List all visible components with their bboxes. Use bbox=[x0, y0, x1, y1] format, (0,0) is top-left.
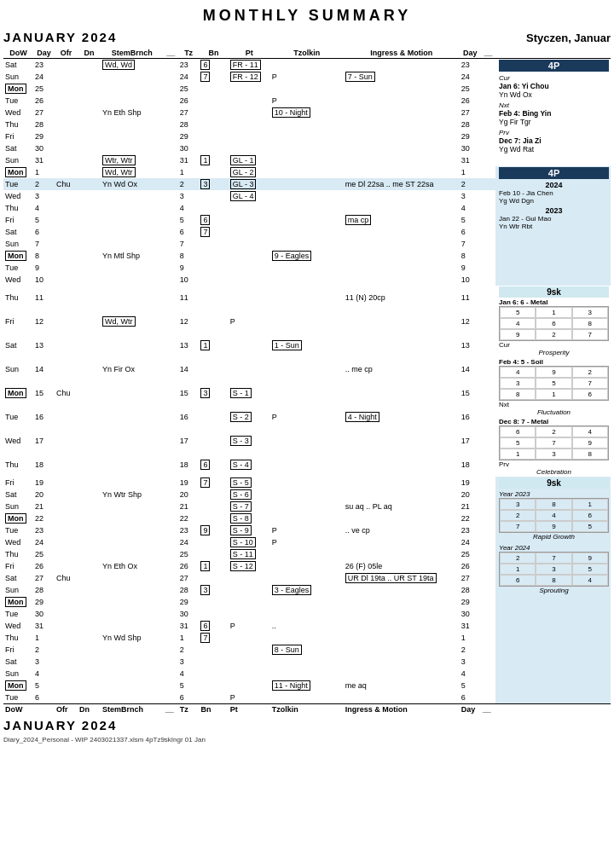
col-ingress bbox=[344, 489, 460, 501]
col-dow: Sun bbox=[3, 154, 33, 166]
4p-header: 4P bbox=[499, 60, 609, 72]
col-tz: 5 bbox=[178, 680, 200, 692]
col-bn bbox=[199, 512, 228, 524]
col-tz: 30 bbox=[178, 142, 200, 154]
col-dn bbox=[78, 572, 101, 584]
col-day2: 1 bbox=[460, 166, 481, 178]
col-stembrnch bbox=[101, 512, 164, 524]
col-sep2 bbox=[481, 202, 495, 214]
col-tzolkin: P bbox=[270, 71, 344, 83]
dow-text: Fri bbox=[5, 562, 14, 570]
col-dow: Sat bbox=[3, 333, 33, 357]
col-dow: Sun bbox=[3, 71, 33, 83]
col-sep bbox=[164, 59, 178, 72]
footer-tz: Tz bbox=[178, 703, 200, 715]
col-tz: 27 bbox=[178, 572, 200, 584]
col-day2: 17 bbox=[460, 429, 481, 453]
dow-text: Sun bbox=[5, 502, 19, 511]
col-dow: Thu bbox=[3, 453, 33, 477]
col-dow: Sat bbox=[3, 59, 33, 72]
col-day: 25 bbox=[33, 83, 55, 95]
dow-text: Sun bbox=[5, 156, 19, 165]
monday-boxed: Mon bbox=[5, 388, 26, 398]
col-sep2 bbox=[481, 226, 495, 238]
col-tzolkin bbox=[270, 202, 344, 214]
col-bn bbox=[199, 644, 228, 656]
9sk-header: 9sk bbox=[499, 286, 609, 298]
col-sep bbox=[164, 142, 178, 154]
col-tzolkin bbox=[270, 190, 344, 202]
col-sep2 bbox=[481, 692, 495, 703]
col-tzolkin bbox=[270, 166, 344, 178]
col-day: 16 bbox=[33, 405, 55, 429]
col-tzolkin bbox=[270, 119, 344, 130]
footer-sep: __ bbox=[164, 703, 178, 715]
col-ofr bbox=[55, 584, 78, 596]
col-sep2 bbox=[481, 620, 495, 632]
col-day2: 6 bbox=[460, 226, 481, 238]
col-sep2 bbox=[481, 501, 495, 512]
col-tzolkin bbox=[270, 262, 344, 274]
col-stembrnch bbox=[101, 71, 164, 83]
col-bn bbox=[199, 310, 228, 333]
col-tzolkin: 1 - Sun bbox=[270, 333, 344, 357]
col-day2: 24 bbox=[460, 536, 481, 548]
col-dow: Fri bbox=[3, 130, 33, 142]
footer-sep2: __ bbox=[481, 703, 495, 715]
col-ingress: 11 (N) 20cp bbox=[344, 286, 460, 310]
col-sep2 bbox=[481, 489, 495, 501]
col-tzolkin bbox=[270, 142, 344, 154]
col-sep bbox=[164, 489, 178, 501]
col-bn: 3 bbox=[199, 584, 228, 596]
col-day2: 29 bbox=[460, 596, 481, 608]
dow-text: Sat bbox=[5, 144, 17, 153]
col-tzolkin: 10 - Night bbox=[270, 107, 344, 119]
col-sep bbox=[164, 357, 178, 381]
col-tz: 13 bbox=[178, 333, 200, 357]
pt-boxed: S - 11 bbox=[230, 549, 256, 559]
col-ingress bbox=[344, 596, 460, 608]
col-day2: 20 bbox=[460, 489, 481, 501]
col-dn bbox=[78, 453, 101, 477]
col-ingress: me aq bbox=[344, 680, 460, 692]
bn-boxed: 7 bbox=[200, 72, 210, 82]
col-tzolkin bbox=[270, 310, 344, 333]
col-day: 14 bbox=[33, 357, 55, 381]
col-tz: 26 bbox=[178, 560, 200, 572]
col-tzolkin: P bbox=[270, 405, 344, 429]
col-dow: Sun bbox=[3, 501, 33, 512]
col-sep bbox=[164, 536, 178, 548]
col-sep2 bbox=[481, 59, 495, 72]
col-bn bbox=[199, 190, 228, 202]
col-ingress bbox=[344, 477, 460, 489]
col-sep bbox=[164, 632, 178, 644]
col-bn bbox=[199, 119, 228, 130]
col-stembrnch bbox=[101, 692, 164, 703]
col-day2: 28 bbox=[460, 119, 481, 130]
col-ofr bbox=[55, 226, 78, 238]
col-dow: Mon bbox=[3, 250, 33, 262]
dow-text: Tue bbox=[5, 263, 18, 272]
col-day2: 9 bbox=[460, 262, 481, 274]
table-row: Thu111111 (N) 20cp11 9sk Jan 6: 6 - Meta… bbox=[3, 286, 611, 310]
col-pt: GL - 2 bbox=[229, 166, 270, 178]
col-tz: 27 bbox=[178, 107, 200, 119]
col-pt: S - 11 bbox=[229, 548, 270, 560]
col-ingress bbox=[344, 107, 460, 119]
col-ofr: Chu bbox=[55, 178, 78, 190]
dow-text: Fri bbox=[5, 216, 14, 224]
col-stembrnch bbox=[101, 548, 164, 560]
col-day: 25 bbox=[33, 548, 55, 560]
col-ofr: Chu bbox=[55, 381, 78, 405]
col-sep2 bbox=[481, 680, 495, 692]
col-tzolkin bbox=[270, 59, 344, 72]
col-tz: 1 bbox=[178, 166, 200, 178]
header-tz: Tz bbox=[178, 48, 200, 59]
col-stembrnch bbox=[101, 656, 164, 668]
col-dow: Sat bbox=[3, 656, 33, 668]
col-dn bbox=[78, 608, 101, 620]
col-day: 6 bbox=[33, 226, 55, 238]
col-dow: Mon bbox=[3, 596, 33, 608]
bn-boxed: 7 bbox=[200, 477, 210, 488]
right-panel-4p: 4P Cur Jan 6: Yi Chou Yn Wd Ox Nxt Feb 4… bbox=[495, 59, 611, 167]
